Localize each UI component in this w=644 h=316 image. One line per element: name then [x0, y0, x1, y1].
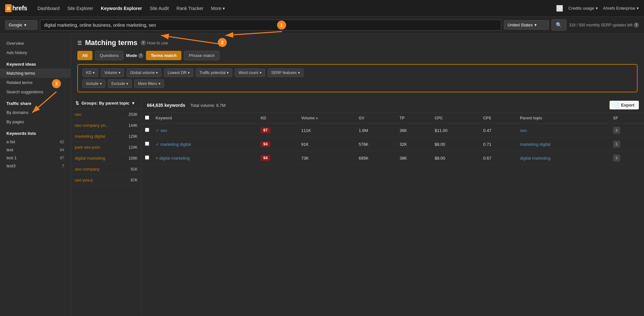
col-keyword[interactable]: Keyword	[152, 113, 257, 124]
kd-cell: 94	[257, 151, 298, 165]
search-button[interactable]: 🔍	[552, 19, 566, 31]
filter-lowest-dr[interactable]: Lowest DR ▾	[164, 69, 193, 77]
engine-select[interactable]: Google ▾	[5, 20, 37, 30]
nav-rank-tracker[interactable]: Rank Tracker	[177, 6, 203, 11]
monitor-icon[interactable]: ⬜	[556, 5, 563, 12]
filters-box: KD ▾ Volume ▾ Global volume ▾ Lowest DR …	[77, 64, 638, 92]
content-area: ☰ Matching terms ? How to use All Questi…	[71, 33, 644, 316]
filter-word-count[interactable]: Word count ▾	[235, 69, 265, 77]
logo[interactable]: a hrefs	[5, 4, 27, 12]
keywords-count: 664,635 keywords	[147, 103, 185, 108]
table-row: ✓ marketing digital 94 91K 576K 32K $8.0…	[142, 137, 644, 151]
table-row: ✓ seo 97 111K 1.6M 36K $11.00 0.47 seo	[142, 124, 644, 137]
parent-topic-cell: digital marketing	[517, 151, 610, 165]
filter-exclude[interactable]: Exclude ▾	[108, 79, 132, 88]
nav-site-audit[interactable]: Site Audit	[150, 6, 169, 11]
group-item-marketing-digital[interactable]: marketing digital 129K	[71, 131, 141, 142]
sidebar-list-item-test1[interactable]: test 1 97	[0, 154, 71, 162]
nav-keywords-explorer[interactable]: Keywords Explorer	[101, 6, 142, 11]
row-checkbox[interactable]	[145, 128, 149, 132]
how-to-use-link[interactable]: ? How to use	[141, 40, 168, 45]
page-title: Matching terms	[85, 39, 138, 47]
marker-icon: ✓	[156, 128, 159, 133]
sidebar-list-item-test3[interactable]: test3 7	[0, 162, 71, 170]
tab-all[interactable]: All	[77, 51, 92, 60]
sidebar-item-by-pages[interactable]: By pages	[0, 117, 71, 126]
sidebar-item-matching-terms[interactable]: Matching terms	[0, 69, 71, 78]
col-tp[interactable]: TP	[396, 113, 431, 124]
group-item-seo-company-pri[interactable]: seo company pri... 144K	[71, 120, 141, 131]
parent-topic-link[interactable]: digital marketing	[520, 156, 551, 161]
cpc-cell: $8.00	[431, 151, 480, 165]
group-item-digital-marketing[interactable]: digital marketing 109K	[71, 153, 141, 164]
search-bar: Google ▾ United States ▾ 🔍 318 / 500 mon…	[0, 17, 644, 33]
serp-info-icon[interactable]: ?	[634, 23, 639, 28]
nav-dashboard[interactable]: Dashboard	[37, 6, 60, 11]
sidebar-list-item-test[interactable]: test 64	[0, 146, 71, 154]
group-item-park-seo-joon[interactable]: park seo-joon 124K	[71, 142, 141, 153]
export-button[interactable]: 📄 Export	[610, 101, 639, 109]
filter-include[interactable]: Include ▾	[82, 79, 105, 88]
sf-badge: 6	[613, 127, 620, 134]
volume-cell: 111K	[298, 124, 355, 137]
tab-terms-match[interactable]: Terms match	[146, 51, 181, 60]
mode-label: Mode ?	[126, 53, 143, 58]
sidebar-item-search-suggestions[interactable]: Search suggestions	[0, 87, 71, 97]
credits-usage-button[interactable]: Credits usage ▾	[568, 6, 598, 11]
select-all-checkbox[interactable]	[145, 116, 149, 120]
group-item-seo-company[interactable]: seo company 91K	[71, 164, 141, 175]
filter-global-volume[interactable]: Global volume ▾	[127, 69, 162, 77]
row-checkbox-cell	[142, 124, 152, 137]
cps-cell: 0.71	[480, 137, 517, 151]
groups-header[interactable]: ⇅ Groups: By parent topic ▾	[71, 98, 141, 109]
row-checkbox[interactable]	[145, 155, 149, 160]
group-item-seo-yea-ji[interactable]: seo yea-ji 87K	[71, 175, 141, 186]
filter-kd[interactable]: KD ▾	[82, 69, 98, 77]
country-select[interactable]: United States ▾	[504, 20, 549, 30]
sidebar-list-item-a-list[interactable]: a list 62	[0, 138, 71, 146]
sidebar-item-related-terms[interactable]: Related terms	[0, 78, 71, 87]
nav-more[interactable]: More ▾	[211, 6, 225, 11]
cpc-cell: $11.00	[431, 124, 480, 137]
col-gv[interactable]: GV	[355, 113, 396, 124]
tab-phrase-match[interactable]: Phrase match	[184, 51, 219, 60]
nav-right: ⬜ Credits usage ▾ Ahrefs Enterprise ▾	[556, 5, 639, 12]
sidebar-traffic-share-title: Traffic share	[0, 97, 71, 108]
filter-serp-features[interactable]: SERP features ▾	[268, 69, 303, 77]
gv-cell: 695K	[355, 151, 396, 165]
col-cpc[interactable]: CPC	[431, 113, 480, 124]
keywords-table: Keyword KD Volume ▾ GV TP CPC CPS Parent…	[142, 113, 644, 165]
sf-cell: 5	[610, 137, 644, 151]
keyword-link[interactable]: digital marketing	[159, 156, 190, 161]
row-checkbox[interactable]	[145, 142, 149, 146]
parent-topic-link[interactable]: marketing digital	[520, 142, 551, 147]
nav-site-explorer[interactable]: Site Explorer	[67, 6, 93, 11]
sidebar-item-ads-history[interactable]: Ads history	[0, 48, 71, 57]
parent-topic-link[interactable]: seo	[520, 128, 527, 133]
filter-traffic-potential[interactable]: Traffic potential ▾	[196, 69, 232, 77]
parent-topic-cell: seo	[517, 124, 610, 137]
keyword-link[interactable]: seo	[160, 128, 167, 133]
serp-count: 318 / 500 monthly SERP updates left ?	[569, 23, 639, 28]
filter-volume[interactable]: Volume ▾	[101, 69, 124, 77]
col-volume[interactable]: Volume ▾	[298, 113, 355, 124]
groups-panel: ⇅ Groups: By parent topic ▾ seo 253K seo…	[71, 98, 142, 316]
keyword-link[interactable]: marketing digital	[160, 142, 191, 147]
sidebar-item-overview[interactable]: Overview	[0, 39, 71, 48]
sidebar-item-by-domains[interactable]: By domains	[0, 108, 71, 117]
filter-more-filters[interactable]: More filters ▾	[134, 79, 164, 88]
row-checkbox-cell	[142, 151, 152, 165]
col-cps[interactable]: CPS	[480, 113, 517, 124]
group-item-seo[interactable]: seo 253K	[71, 109, 141, 120]
kd-badge: 97	[261, 127, 270, 133]
tp-cell: 38K	[396, 151, 431, 165]
col-sf[interactable]: SF	[610, 113, 644, 124]
table-row: + digital marketing 94 73K 695K 38K $8.0…	[142, 151, 644, 165]
enterprise-button[interactable]: Ahrefs Enterprise ▾	[603, 6, 639, 11]
search-input[interactable]	[40, 20, 501, 31]
mode-info-icon[interactable]: ?	[138, 53, 143, 58]
col-parent-topic[interactable]: Parent topic	[517, 113, 610, 124]
tab-questions[interactable]: Questions	[95, 51, 124, 60]
col-kd[interactable]: KD	[257, 113, 298, 124]
sf-badge: 5	[613, 141, 620, 148]
